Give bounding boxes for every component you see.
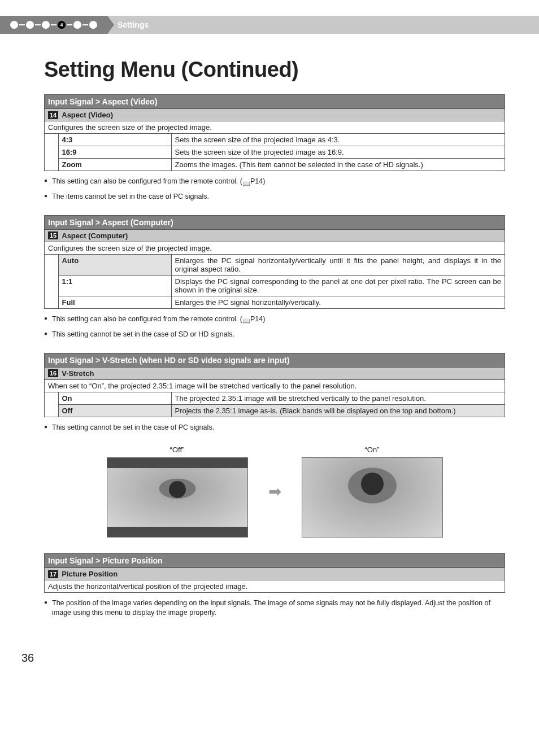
step-indicator: 4 <box>0 16 107 34</box>
note-item: This setting can also be configured from… <box>44 177 505 186</box>
illus-on-frame <box>302 457 443 537</box>
book-icon <box>242 179 250 185</box>
table-row: Auto Enlarges the PC signal horizontally… <box>45 255 505 276</box>
page-title: Setting Menu (Continued) <box>44 58 505 82</box>
arrow-right-icon: ➡ <box>268 482 281 501</box>
option-value: Zooms the images. (This item cannot be s… <box>171 159 505 171</box>
option-value: Displays the PC signal corresponding to … <box>171 275 505 296</box>
options-table-aspect-computer: Auto Enlarges the PC signal horizontally… <box>44 255 505 309</box>
option-value: Sets the screen size of the projected im… <box>171 146 505 159</box>
book-icon <box>242 316 250 322</box>
option-label: 1:1 <box>58 275 171 296</box>
note-item: This setting cannot be set in the case o… <box>44 423 505 432</box>
step-dot-6 <box>89 21 97 29</box>
option-value: Projects the 2.35:1 image as-is. (Black … <box>171 404 505 417</box>
subheading-text: V-Stretch <box>62 369 94 378</box>
step-dot-2 <box>26 21 34 29</box>
note-text: This setting can also be configured from… <box>52 315 242 323</box>
step-dot-3 <box>42 21 50 29</box>
description-picture-position: Adjusts the horizontal/vertical position… <box>44 580 505 593</box>
option-value: Enlarges the PC signal horizontally/vert… <box>171 296 505 308</box>
table-row: 4:3 Sets the screen size of the projecte… <box>45 134 505 146</box>
table-row: Off Projects the 2.35:1 image as-is. (Bl… <box>45 404 505 417</box>
notes-picture-position: The position of the image varies dependi… <box>44 598 505 618</box>
option-label: 4:3 <box>58 134 171 146</box>
section-heading-aspect-computer: Input Signal > Aspect (Computer) <box>44 215 505 230</box>
subheading-text: Picture Position <box>62 570 118 578</box>
badge-14: 14 <box>48 111 58 119</box>
note-text: This setting can also be configured from… <box>52 177 242 185</box>
note-ref: P14) <box>250 177 265 185</box>
options-table-vstretch: On The projected 2.35:1 image will be st… <box>44 392 505 417</box>
page: 4 Settings Setting Menu (Continued) Inpu… <box>0 16 539 687</box>
subheading-vstretch: 16 V-Stretch <box>44 368 505 380</box>
step-dot-5 <box>73 21 81 29</box>
step-dot-4-active: 4 <box>58 21 66 29</box>
option-value: Sets the screen size of the projected im… <box>171 134 505 146</box>
subheading-text: Aspect (Video) <box>62 111 113 119</box>
badge-16: 16 <box>48 369 58 377</box>
illus-off: “Off” <box>107 445 248 537</box>
note-item: The items cannot be set in the case of P… <box>44 192 505 202</box>
option-label: 16:9 <box>58 146 171 159</box>
page-number: 36 <box>21 652 539 665</box>
table-row: 1:1 Displays the PC signal corresponding… <box>45 275 505 296</box>
option-value: The projected 2.35:1 image will be stret… <box>171 392 505 405</box>
notes-aspect-computer: This setting can also be configured from… <box>44 314 505 339</box>
table-row: 16:9 Sets the screen size of the project… <box>45 146 505 159</box>
note-item: This setting can also be configured from… <box>44 314 505 324</box>
description-aspect-video: Configures the screen size of the projec… <box>44 121 505 134</box>
option-label: Full <box>58 296 171 308</box>
notes-vstretch: This setting cannot be set in the case o… <box>44 423 505 432</box>
note-item: This setting cannot be set in the case o… <box>44 330 505 339</box>
subheading-text: Aspect (Computer) <box>62 231 128 240</box>
badge-15: 15 <box>48 231 58 239</box>
vstretch-illustration: “Off” ➡ “On” <box>44 445 505 537</box>
breadcrumb-band: 4 Settings <box>0 16 539 34</box>
section-heading-aspect-video: Input Signal > Aspect (Video) <box>44 94 505 109</box>
subheading-aspect-computer: 15 Aspect (Computer) <box>44 230 505 242</box>
option-value: Enlarges the PC signal horizontally/vert… <box>171 255 505 276</box>
subheading-aspect-video: 14 Aspect (Video) <box>44 109 505 121</box>
table-row: Full Enlarges the PC signal horizontally… <box>45 296 505 308</box>
option-label: Zoom <box>58 159 171 171</box>
description-vstretch: When set to “On”, the projected 2.35:1 i… <box>44 380 505 392</box>
description-aspect-computer: Configures the screen size of the projec… <box>44 242 505 255</box>
table-row: On The projected 2.35:1 image will be st… <box>45 392 505 405</box>
option-label: Off <box>58 404 171 417</box>
badge-17: 17 <box>48 570 58 578</box>
option-label: Auto <box>58 255 171 276</box>
illus-on: “On” <box>302 445 443 537</box>
section-label: Settings <box>118 16 149 34</box>
section-heading-vstretch: Input Signal > V-Stretch (when HD or SD … <box>44 353 505 368</box>
section-heading-picture-position: Input Signal > Picture Position <box>44 553 505 568</box>
option-label: On <box>58 392 171 405</box>
illus-on-label: “On” <box>365 445 380 454</box>
options-table-aspect-video: 4:3 Sets the screen size of the projecte… <box>44 134 505 171</box>
note-ref: P14) <box>250 315 265 323</box>
notes-aspect-video: This setting can also be configured from… <box>44 177 505 202</box>
note-item: The position of the image varies dependi… <box>44 598 505 618</box>
illus-off-frame <box>107 457 248 537</box>
illus-off-label: “Off” <box>170 445 185 454</box>
step-dot-1 <box>10 21 18 29</box>
subheading-picture-position: 17 Picture Position <box>44 568 505 580</box>
table-row: Zoom Zooms the images. (This item cannot… <box>45 159 505 171</box>
